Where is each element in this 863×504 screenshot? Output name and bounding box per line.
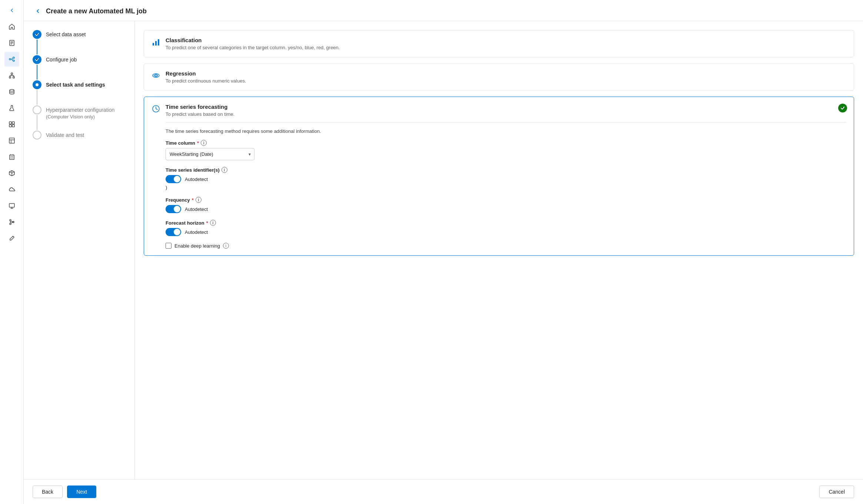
svg-point-1 bbox=[9, 58, 11, 60]
branch-icon[interactable] bbox=[4, 215, 19, 229]
deep-learning-label: Enable deep learning bbox=[174, 243, 220, 249]
frequency-toggle[interactable] bbox=[166, 205, 181, 213]
svg-rect-19 bbox=[155, 41, 157, 46]
svg-point-2 bbox=[13, 57, 14, 58]
forecast-horizon-toggle[interactable] bbox=[166, 228, 181, 236]
identifiers-autodetect-label: Autodetect bbox=[185, 177, 208, 182]
cloud-icon[interactable] bbox=[4, 182, 19, 197]
flask-icon[interactable] bbox=[4, 101, 19, 115]
svg-rect-18 bbox=[153, 43, 154, 46]
frequency-info-icon[interactable]: i bbox=[196, 197, 201, 203]
classification-card[interactable]: Classification To predict one of several… bbox=[144, 30, 854, 57]
time-series-selected-check bbox=[838, 104, 847, 112]
back-nav-icon[interactable] bbox=[4, 3, 19, 18]
time-series-icon bbox=[151, 104, 160, 115]
regression-title: Regression bbox=[166, 70, 246, 77]
identifiers-paren: ) bbox=[166, 185, 846, 190]
step-validate-test: Validate and test bbox=[33, 131, 126, 140]
deep-learning-checkbox[interactable] bbox=[166, 243, 171, 249]
data-store-icon[interactable] bbox=[4, 84, 19, 99]
time-column-group: Time column * i WeekStarting (Date) Date… bbox=[166, 140, 846, 160]
frequency-autodetect-label: Autodetect bbox=[185, 206, 208, 212]
svg-rect-8 bbox=[9, 122, 11, 124]
identifiers-toggle-knob bbox=[174, 176, 180, 182]
step-sublabel-4: (Computer Vision only) bbox=[46, 113, 114, 120]
grid-icon[interactable] bbox=[4, 117, 19, 132]
forecast-horizon-toggle-knob bbox=[174, 229, 180, 235]
back-button[interactable]: Back bbox=[33, 485, 63, 498]
frequency-label: Frequency * i bbox=[166, 197, 846, 203]
forecast-horizon-group: Forecast horizon * i Autodetect bbox=[166, 220, 846, 236]
time-series-desc: To predict values based on time. bbox=[166, 111, 846, 117]
edit-icon[interactable] bbox=[4, 231, 19, 246]
time-series-identifiers-label: Time series identifier(s) i bbox=[166, 167, 846, 173]
step-label-5: Validate and test bbox=[46, 131, 84, 138]
classification-icon bbox=[151, 38, 160, 49]
identifiers-toggle[interactable] bbox=[166, 175, 181, 183]
regression-card[interactable]: Regression To predict continuous numeric… bbox=[144, 63, 854, 91]
svg-rect-12 bbox=[9, 138, 14, 143]
identifiers-toggle-row: Autodetect bbox=[166, 175, 846, 183]
step-line-4 bbox=[37, 115, 37, 130]
deep-learning-info-icon[interactable]: i bbox=[223, 243, 229, 249]
time-column-required: * bbox=[197, 140, 199, 146]
page-title: Create a new Automated ML job bbox=[46, 7, 147, 15]
step-indicator-4 bbox=[33, 105, 41, 131]
footer: Back Next Cancel bbox=[24, 479, 863, 504]
next-button[interactable]: Next bbox=[67, 485, 96, 498]
time-column-info-icon[interactable]: i bbox=[201, 140, 207, 146]
svg-rect-5 bbox=[9, 77, 11, 78]
frequency-toggle-knob bbox=[174, 206, 180, 212]
svg-rect-9 bbox=[12, 122, 14, 124]
frequency-toggle-row: Autodetect bbox=[166, 205, 846, 213]
time-column-label: Time column * i bbox=[166, 140, 846, 146]
step-configure-job: Configure job bbox=[33, 55, 126, 80]
main-area: Create a new Automated ML job Select dat… bbox=[24, 0, 863, 504]
svg-rect-13 bbox=[10, 155, 14, 159]
step-circle-3 bbox=[33, 80, 41, 89]
building-icon[interactable] bbox=[4, 149, 19, 164]
step-indicator-1 bbox=[33, 30, 41, 55]
sidebar bbox=[0, 0, 24, 504]
regression-icon bbox=[151, 71, 160, 82]
step-line-3 bbox=[37, 90, 37, 105]
stepper: Select data asset Configure job bbox=[24, 21, 135, 479]
forecast-horizon-autodetect-label: Autodetect bbox=[185, 229, 208, 235]
time-column-select[interactable]: WeekStarting (Date) Date Time Timestamp bbox=[166, 148, 254, 160]
svg-point-15 bbox=[10, 219, 11, 221]
step-label-2: Configure job bbox=[46, 56, 77, 63]
cube-icon[interactable] bbox=[4, 166, 19, 181]
cancel-button[interactable]: Cancel bbox=[819, 485, 854, 498]
step-hyperparameter: Hyperparameter configuration (Computer V… bbox=[33, 105, 126, 131]
step-circle-4 bbox=[33, 105, 41, 114]
forecast-horizon-info-icon[interactable]: i bbox=[210, 220, 216, 226]
table-icon[interactable] bbox=[4, 133, 19, 148]
svg-point-16 bbox=[10, 223, 11, 225]
svg-rect-6 bbox=[13, 77, 14, 78]
step-label-1: Select data asset bbox=[46, 31, 86, 37]
classification-desc: To predict one of several categories in … bbox=[166, 45, 340, 50]
svg-rect-11 bbox=[12, 125, 14, 127]
regression-desc: To predict continuous numeric values. bbox=[166, 78, 246, 84]
forecast-horizon-label: Forecast horizon * i bbox=[166, 220, 846, 226]
computer-icon[interactable] bbox=[4, 198, 19, 213]
time-series-identifiers-group: Time series identifier(s) i Autodetect ) bbox=[166, 167, 846, 190]
document-icon[interactable] bbox=[4, 36, 19, 50]
svg-rect-10 bbox=[9, 125, 11, 127]
step-circle-2 bbox=[33, 55, 41, 64]
frequency-required: * bbox=[192, 197, 194, 203]
hierarchy-icon[interactable] bbox=[4, 68, 19, 83]
svg-point-7 bbox=[10, 90, 14, 91]
forecast-horizon-required: * bbox=[206, 220, 208, 226]
pipeline-icon[interactable] bbox=[4, 52, 19, 67]
time-series-card[interactable]: Time series forecasting To predict value… bbox=[144, 97, 854, 256]
time-series-extra-info: The time series forecasting method requi… bbox=[166, 128, 846, 134]
step-indicator-2 bbox=[33, 55, 41, 80]
identifiers-info-icon[interactable]: i bbox=[221, 167, 227, 173]
home-icon[interactable] bbox=[4, 19, 19, 34]
svg-rect-4 bbox=[11, 73, 13, 74]
step-label-4: Hyperparameter configuration bbox=[46, 106, 114, 113]
step-label-3: Select task and settings bbox=[46, 81, 105, 88]
step-select-task: Select task and settings bbox=[33, 80, 126, 105]
header-back-button[interactable] bbox=[33, 6, 43, 16]
